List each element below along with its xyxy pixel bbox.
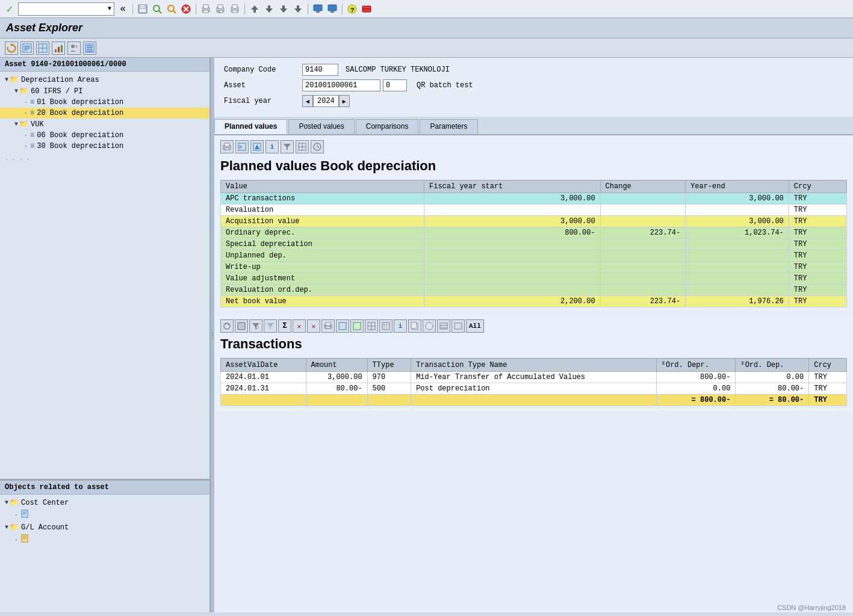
tree-item-gl-doc[interactable]: · <box>0 533 209 546</box>
pv-info-icon[interactable]: i <box>265 140 279 153</box>
trans-save-icon[interactable] <box>235 319 248 333</box>
cell-fiscal-start <box>424 239 600 250</box>
cell-empty4 <box>411 395 657 406</box>
tree-item-book-30[interactable]: · ≡ 30 Book depreciation <box>0 141 209 152</box>
asset-sub-input[interactable] <box>383 79 407 91</box>
pv-filter-icon[interactable] <box>281 140 294 153</box>
dropdown-value <box>21 5 25 13</box>
pv-clock-icon[interactable] <box>311 140 324 153</box>
pv-grid-icon[interactable] <box>296 140 309 153</box>
back-icon[interactable]: « <box>117 3 129 15</box>
cell-change <box>600 285 686 296</box>
year-next-btn[interactable]: ► <box>339 95 350 107</box>
svg-text:A: A <box>219 10 220 14</box>
svg-marker-26 <box>294 8 302 13</box>
cell-value: Revaluation <box>221 205 424 216</box>
planned-values-toolbar: ⊞ i <box>220 140 847 153</box>
pv-export2-icon[interactable] <box>250 140 264 153</box>
tree-item-vuk[interactable]: ▼ 📁 VUK <box>0 119 209 130</box>
th-trans-type-name: Transaction Type Name <box>411 359 657 372</box>
trans-rows1-icon[interactable] <box>437 319 450 333</box>
trans-export1-icon[interactable] <box>336 319 349 333</box>
print3-icon[interactable] <box>229 3 241 15</box>
sep1 <box>132 4 133 14</box>
tab-parameters[interactable]: Parameters <box>420 119 477 134</box>
command-dropdown[interactable]: ▼ <box>18 2 114 16</box>
checkmark-icon[interactable]: ✓ <box>4 3 16 15</box>
down1-icon[interactable] <box>263 3 275 15</box>
cell-value: Acquisition value <box>221 216 424 227</box>
cell-crcy: TRY <box>789 273 846 285</box>
asset-input[interactable] <box>302 79 380 91</box>
trans-sum-icon[interactable]: Σ <box>278 319 291 333</box>
th-change: Change <box>600 180 686 193</box>
tree-item-book-06[interactable]: · ≡ 06 Book depreciation <box>0 130 209 141</box>
svg-rect-84 <box>326 327 330 328</box>
grid-toolbar-icon[interactable] <box>36 42 49 55</box>
trans-grid1-icon[interactable] <box>365 319 378 333</box>
find-orange-icon[interactable] <box>166 3 178 15</box>
cell-crcy: TRY <box>789 193 846 205</box>
th-year-end: Year-end <box>686 180 789 193</box>
display-icon[interactable] <box>361 3 373 15</box>
trans-filter2-icon[interactable] <box>264 319 277 333</box>
pv-export1-icon[interactable]: ⊞ <box>235 140 249 153</box>
bar-toolbar-icon[interactable] <box>52 42 65 55</box>
svg-rect-63 <box>225 143 229 146</box>
cell-value: Special depreciation <box>221 239 424 250</box>
cell-fiscal-start: 2,200.00 <box>424 296 600 307</box>
th-value: Value <box>221 180 424 193</box>
print2-icon[interactable]: A <box>214 3 226 15</box>
svg-rect-46 <box>61 45 63 52</box>
svg-rect-45 <box>58 47 60 52</box>
dot-marker: · <box>14 512 18 519</box>
trans-del-icon[interactable]: ✕ <box>293 319 306 333</box>
tree-item-cost-center[interactable]: ▼ 📁 Cost Center <box>0 497 209 508</box>
trans-print2-icon[interactable] <box>423 319 436 333</box>
monitor2-icon[interactable] <box>326 3 338 15</box>
tree-item-gl-account[interactable]: ▼ 📁 G/L Account <box>0 522 209 533</box>
cell-ord-depr1: 0.00 <box>656 383 736 395</box>
tab-comparisons[interactable]: Comparisons <box>356 119 419 134</box>
cell-ord-dep2: 0.00 <box>736 372 809 383</box>
down2-icon[interactable] <box>278 3 290 15</box>
trans-info-icon[interactable]: i <box>394 319 407 333</box>
cell-fiscal-start <box>424 205 600 216</box>
prev-toolbar-icon[interactable] <box>20 42 34 55</box>
users-toolbar-icon[interactable] <box>67 42 81 55</box>
trans-grid2-icon[interactable] <box>379 319 392 333</box>
trans-rows2-icon[interactable] <box>451 319 465 333</box>
save-icon[interactable] <box>137 3 149 15</box>
trans-filter-icon[interactable] <box>249 319 262 333</box>
svg-rect-100 <box>454 323 462 329</box>
cell-trans-name: Mid-Year Transfer of Accumulated Values <box>411 372 657 383</box>
print1-icon[interactable] <box>200 3 212 15</box>
find-green-icon[interactable] <box>151 3 163 15</box>
cell-crcy: TRY <box>789 216 846 227</box>
help-icon[interactable]: ? <box>346 3 358 15</box>
refresh-toolbar-icon[interactable] <box>5 42 18 55</box>
tree-item-cost-center-doc[interactable]: · <box>0 508 209 522</box>
up1-icon[interactable] <box>249 3 261 15</box>
trans-copy-icon[interactable] <box>408 319 421 333</box>
company-code-input[interactable] <box>302 64 338 76</box>
trans-del2-icon[interactable]: ✕ <box>307 319 320 333</box>
tree-item-book-20[interactable]: · ≡ 20 Book depreciation <box>0 108 209 119</box>
list-toolbar-icon[interactable] <box>83 42 96 55</box>
year-prev-btn[interactable]: ◄ <box>302 95 313 107</box>
monitor1-icon[interactable] <box>312 3 324 15</box>
down3-icon[interactable] <box>292 3 304 15</box>
trans-all-btn[interactable]: All <box>466 319 484 333</box>
th-ttype: TType <box>367 359 411 372</box>
tab-planned[interactable]: Planned values <box>214 119 287 134</box>
title-bar: Asset Explorer <box>0 18 853 38</box>
trans-refresh-icon[interactable] <box>220 319 234 333</box>
tree-item-book-01[interactable]: · ≡ 01 Book depreciation <box>0 97 209 108</box>
trans-print-icon[interactable] <box>321 319 335 333</box>
cancel-icon[interactable] <box>180 3 192 15</box>
pv-print-icon[interactable] <box>220 140 234 153</box>
tree-item-ifrs[interactable]: ▼ 📁 60 IFRS / PI <box>0 85 209 97</box>
tree-item-dep-areas[interactable]: ▼ 📁 Depreciation Areas <box>0 74 209 85</box>
trans-export2-icon[interactable] <box>350 319 364 333</box>
tab-posted[interactable]: Posted values <box>288 119 354 134</box>
